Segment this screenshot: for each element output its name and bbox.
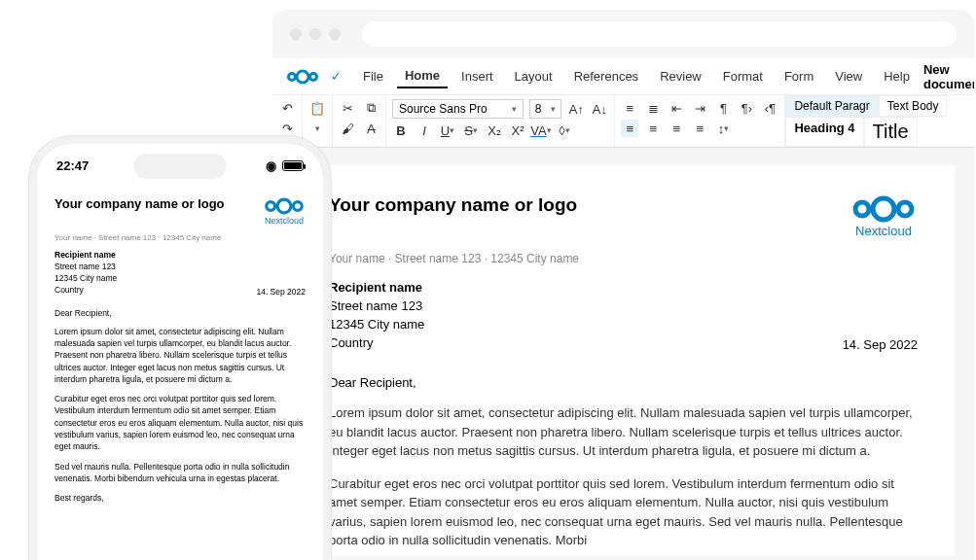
shrink-font-icon[interactable]: A↓ xyxy=(591,100,608,118)
outdent-icon[interactable]: ⇤ xyxy=(668,99,685,117)
menu-form[interactable]: Form xyxy=(777,65,821,88)
svg-point-1 xyxy=(297,71,308,83)
format-paint-icon[interactable]: 🖌 xyxy=(339,120,356,137)
menu-layout[interactable]: Layout xyxy=(507,65,560,88)
svg-point-5 xyxy=(898,202,912,216)
max-dot[interactable] xyxy=(329,28,341,40)
align-justify-icon[interactable]: ≡ xyxy=(691,120,708,137)
nextcloud-logo-icon xyxy=(286,68,319,86)
paragraph-2: Curabitur eget eros nec orci volutpat po… xyxy=(329,474,918,550)
m-paragraph-3: Sed vel mauris nulla. Pellentesque porta… xyxy=(54,461,306,485)
m-signoff: Best regards, xyxy=(54,492,306,504)
svg-point-8 xyxy=(293,202,302,211)
menubar: ✓ File Home Insert Layout References Rev… xyxy=(272,58,974,95)
style-title[interactable]: Title xyxy=(864,117,918,147)
recipient-block: Recipient name Street name 123 12345 Cit… xyxy=(329,279,424,352)
ltr-icon[interactable]: ¶› xyxy=(738,99,755,117)
style-heading4[interactable]: Heading 4 xyxy=(785,117,863,147)
font-size-select[interactable]: 8▾ xyxy=(529,99,562,119)
bold-icon[interactable]: B xyxy=(392,122,410,139)
sender-address: Your name · Street name 123 · 12345 City… xyxy=(329,252,918,265)
superscript-icon[interactable]: X² xyxy=(509,122,526,139)
menu-review[interactable]: Review xyxy=(652,65,709,88)
svg-point-4 xyxy=(873,198,894,220)
document-canvas: Your company name or logo Nextcloud Your… xyxy=(272,148,974,560)
bullets-icon[interactable]: ≡ xyxy=(621,99,638,117)
line-spacing-icon[interactable]: ↕▾ xyxy=(714,120,732,137)
mobile-device: 22:47 ◉ Your company name or logo Nextcl… xyxy=(29,136,331,560)
underline-icon[interactable]: U▾ xyxy=(439,122,456,139)
svg-point-7 xyxy=(277,199,291,213)
battery-icon xyxy=(282,160,304,171)
nextcloud-brand: Nextcloud xyxy=(849,194,918,238)
m-nextcloud-brand: Nextcloud xyxy=(263,196,306,226)
desktop-window: ✓ File Home Insert Layout References Rev… xyxy=(272,10,974,560)
m-letter-date: 14. Sep 2022 xyxy=(256,287,306,297)
titlebar xyxy=(272,10,974,58)
highlight-icon[interactable]: ◊▾ xyxy=(556,122,573,139)
redo-icon[interactable]: ↷ xyxy=(278,120,296,137)
style-gallery: Default Paragr Text Body Heading 4 Title xyxy=(785,95,947,147)
m-paragraph-2: Curabitur eget eros nec orci volutpat po… xyxy=(54,393,306,453)
cut-icon[interactable]: ✂ xyxy=(339,99,356,117)
salutation: Dear Recipient, xyxy=(329,375,918,390)
align-right-icon[interactable]: ≡ xyxy=(668,120,685,137)
check-icon[interactable]: ✓ xyxy=(331,69,342,84)
align-left-icon[interactable]: ≡ xyxy=(621,120,638,137)
rtl-icon[interactable]: ‹¶ xyxy=(761,99,778,117)
paste-icon[interactable]: 📋 xyxy=(308,99,326,117)
menu-help[interactable]: Help xyxy=(876,65,918,88)
strike-icon[interactable]: S▾ xyxy=(462,122,480,139)
menu-view[interactable]: View xyxy=(827,65,870,88)
menu-home[interactable]: Home xyxy=(397,64,448,88)
menu-insert[interactable]: Insert xyxy=(453,65,501,88)
font-color-icon[interactable]: VA▾ xyxy=(532,122,550,139)
grow-font-icon[interactable]: A↑ xyxy=(567,100,585,118)
mobile-document[interactable]: Your company name or logo Nextcloud Your… xyxy=(37,187,323,522)
url-bar[interactable] xyxy=(362,21,957,47)
document-name: New document.odt xyxy=(923,62,974,91)
paste-dropdown-icon[interactable]: ▾ xyxy=(308,120,326,137)
copy-icon[interactable]: ⧉ xyxy=(362,99,380,117)
close-dot[interactable] xyxy=(290,28,302,40)
letter-date: 14. Sep 2022 xyxy=(843,337,918,352)
menu-format[interactable]: Format xyxy=(715,65,771,88)
numbering-icon[interactable]: ≣ xyxy=(644,99,662,117)
italic-icon[interactable]: I xyxy=(416,122,433,139)
undo-icon[interactable]: ↶ xyxy=(278,99,296,117)
toolbar: ↶ ↷ 📋 ▾ ✂ ⧉ 🖌 A̶ Source Sans Pro▾ 8▾ A↑ … xyxy=(272,95,974,148)
window-controls xyxy=(290,28,341,40)
m-salutation: Dear Recipient, xyxy=(54,308,306,318)
document-page[interactable]: Your company name or logo Nextcloud Your… xyxy=(292,165,955,556)
m-recipient-block: Recipient name Street name 123 12345 Cit… xyxy=(54,250,117,297)
m-company-heading: Your company name or logo xyxy=(54,196,225,211)
svg-point-3 xyxy=(855,202,869,216)
style-default[interactable]: Default Paragr xyxy=(785,95,878,117)
wifi-icon: ◉ xyxy=(266,158,276,173)
m-sender-address: Your name · Street name 123 · 12345 City… xyxy=(54,233,306,242)
para-mark-icon[interactable]: ¶ xyxy=(714,99,732,117)
menu-file[interactable]: File xyxy=(355,65,391,88)
paragraph-1: Lorem ipsum dolor sit amet, consectetur … xyxy=(329,403,918,461)
company-heading: Your company name or logo xyxy=(329,194,577,216)
svg-point-2 xyxy=(310,73,317,80)
min-dot[interactable] xyxy=(309,28,321,40)
notch xyxy=(134,154,227,179)
indent-icon[interactable]: ⇥ xyxy=(691,99,708,117)
align-center-icon[interactable]: ≡ xyxy=(644,120,662,137)
menu-references[interactable]: References xyxy=(566,65,646,88)
style-textbody[interactable]: Text Body xyxy=(879,95,948,117)
svg-point-6 xyxy=(267,202,275,211)
svg-point-0 xyxy=(289,73,296,80)
subscript-icon[interactable]: X₂ xyxy=(486,122,503,139)
clock: 22:47 xyxy=(56,158,89,173)
m-paragraph-1: Lorem ipsum dolor sit amet, consectetur … xyxy=(54,326,306,386)
clear-format-icon[interactable]: A̶ xyxy=(362,120,380,137)
font-select[interactable]: Source Sans Pro▾ xyxy=(392,99,524,119)
